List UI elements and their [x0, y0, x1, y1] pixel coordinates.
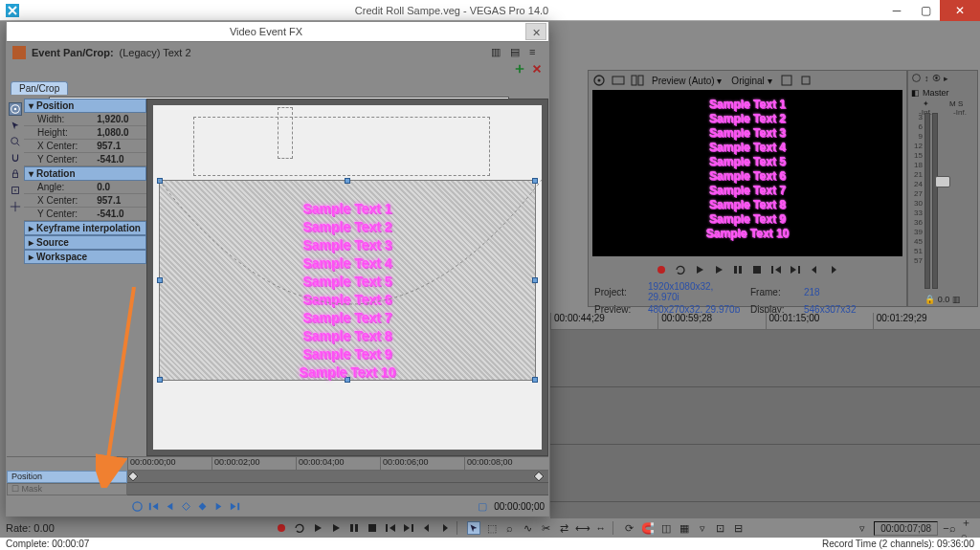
- external-monitor-icon[interactable]: [612, 74, 625, 87]
- kf-track-mask[interactable]: [127, 483, 548, 495]
- size-about-center-tool[interactable]: [9, 184, 22, 197]
- preview-video-area[interactable]: Sample Text 1Sample Text 2Sample Text 3S…: [592, 90, 902, 256]
- main-go-start-button[interactable]: [384, 521, 397, 535]
- quantize-button[interactable]: ▦: [678, 521, 691, 535]
- workspace-section-header[interactable]: ▸Workspace: [24, 250, 146, 264]
- split-screen-icon[interactable]: [631, 74, 644, 87]
- property-row[interactable]: Y Center:-541.0: [24, 208, 146, 221]
- shuffle-tool[interactable]: ⇄: [558, 521, 571, 535]
- timeline-area[interactable]: 00:00:44;2900:00:59;2800:01:15;0000:01:2…: [550, 313, 980, 521]
- lock-envelopes-button[interactable]: ⊡: [714, 521, 727, 535]
- pause-button[interactable]: [731, 263, 745, 276]
- move-freely-tool[interactable]: [9, 200, 22, 213]
- position-section-header[interactable]: ▾Position: [24, 99, 146, 113]
- lock-aspect-tool[interactable]: [9, 167, 22, 181]
- mixer-fx-icon[interactable]: ✦: [923, 99, 929, 108]
- property-row[interactable]: Height:1,080.0: [24, 126, 146, 140]
- add-kf-button[interactable]: [180, 500, 192, 513]
- envelope-edit-tool[interactable]: ∿: [522, 521, 535, 535]
- enable-snapping-tool[interactable]: [9, 151, 22, 165]
- window-minimize-button[interactable]: ─: [882, 0, 911, 21]
- property-value[interactable]: 957.1: [95, 194, 146, 207]
- go-start-button[interactable]: [769, 263, 783, 276]
- ignore-event-grouping-button[interactable]: ⊟: [732, 521, 746, 535]
- preview-quality-select[interactable]: Preview (Auto) ▾: [650, 76, 724, 86]
- fx-close-button[interactable]: ✕: [525, 23, 546, 40]
- resize-handle-tr[interactable]: [532, 178, 538, 184]
- delete-kf-button[interactable]: [196, 500, 209, 513]
- prev-kf-button[interactable]: [164, 500, 176, 513]
- mixer-settings-icon[interactable]: [911, 73, 922, 85]
- preview-settings-icon[interactable]: [592, 74, 606, 87]
- slide-tool[interactable]: ↔: [594, 521, 608, 535]
- kf-track-position[interactable]: [127, 471, 548, 483]
- zoom-out-time-button[interactable]: −⌕: [943, 521, 956, 535]
- zoom-tool[interactable]: [9, 135, 22, 148]
- property-value[interactable]: -541.0: [95, 208, 146, 220]
- main-stop-button[interactable]: [366, 521, 379, 535]
- lock-icon[interactable]: 🔒: [924, 295, 935, 304]
- timeline-track[interactable]: [550, 387, 980, 445]
- property-value[interactable]: 0.0: [95, 181, 146, 193]
- downmix-button[interactable]: ⦿: [932, 74, 941, 83]
- rotation-section-header[interactable]: ▾Rotation: [24, 166, 146, 181]
- resize-handle-tl[interactable]: [157, 178, 163, 184]
- keyframe-diamond[interactable]: [127, 471, 138, 481]
- zoom-edit-tool[interactable]: ⌕: [503, 521, 517, 535]
- fx-add-chain-icon[interactable]: [514, 63, 525, 77]
- next-kf-button[interactable]: [212, 500, 225, 513]
- main-prev-frame-button[interactable]: [420, 521, 434, 535]
- property-row[interactable]: Width:1,920.0: [24, 113, 146, 126]
- timeline-track[interactable]: [550, 445, 980, 502]
- main-next-frame-button[interactable]: [438, 521, 452, 535]
- fx-menu-icon[interactable]: ≡: [529, 46, 543, 59]
- keyframe-section-header[interactable]: ▸Keyframe interpolation: [24, 221, 146, 235]
- play-button[interactable]: [712, 263, 725, 276]
- resize-handle-t[interactable]: [345, 178, 350, 184]
- auto-ripple-button[interactable]: ⟳: [623, 521, 636, 535]
- pan-crop-canvas[interactable]: Sample Text 1Sample Text 2Sample Text 3S…: [153, 105, 542, 450]
- fx-bypass-icon[interactable]: ▥: [491, 46, 504, 59]
- main-record-button[interactable]: [275, 521, 288, 535]
- cursor-time-display[interactable]: 00:00:07;08: [874, 521, 938, 536]
- split-tool[interactable]: ✂: [540, 521, 553, 535]
- property-value[interactable]: 957.1: [95, 140, 146, 152]
- pan-crop-tab[interactable]: Pan/Crop: [11, 81, 68, 95]
- zoom-in-time-button[interactable]: ＋⌕: [961, 521, 974, 535]
- main-pause-button[interactable]: [347, 521, 361, 535]
- window-close-button[interactable]: ✕: [940, 0, 980, 21]
- mixer-arrow-icon[interactable]: ▸: [944, 74, 948, 83]
- loop-button[interactable]: [674, 263, 687, 276]
- sync-cursor-button[interactable]: [131, 500, 144, 513]
- slip-tool[interactable]: ⟷: [576, 521, 590, 535]
- normal-edit-tool[interactable]: [467, 521, 480, 535]
- next-frame-button[interactable]: [827, 263, 840, 276]
- preview-size-select[interactable]: Original ▾: [729, 76, 773, 86]
- volume-fader[interactable]: [935, 176, 950, 187]
- property-row[interactable]: X Center:957.1: [24, 140, 146, 153]
- show-properties-tool[interactable]: [9, 102, 22, 116]
- last-kf-button[interactable]: [229, 500, 241, 513]
- record-button[interactable]: [655, 263, 668, 276]
- main-play-start-button[interactable]: [311, 521, 324, 535]
- mute-button[interactable]: M S: [949, 99, 963, 108]
- window-maximize-button[interactable]: ▢: [911, 0, 940, 21]
- normal-edit-cursor-tool[interactable]: [9, 119, 22, 132]
- property-value[interactable]: 1,920.0: [95, 113, 146, 125]
- property-row[interactable]: Y Center:-541.0: [24, 153, 146, 166]
- copy-snapshot-icon[interactable]: [799, 74, 813, 87]
- prev-frame-button[interactable]: [808, 263, 821, 276]
- source-section-header[interactable]: ▸Source: [24, 235, 146, 250]
- property-row[interactable]: Angle:0.0: [24, 181, 146, 194]
- main-go-end-button[interactable]: [402, 521, 415, 535]
- property-value[interactable]: -541.0: [95, 153, 146, 165]
- kf-lane-mask[interactable]: ☐ Mask: [7, 483, 127, 495]
- selection-edit-tool[interactable]: ⬚: [485, 521, 499, 535]
- main-loop-button[interactable]: [293, 521, 306, 535]
- fx-help-icon[interactable]: ▤: [510, 46, 523, 59]
- marker-tool[interactable]: ▿: [696, 521, 709, 535]
- property-value[interactable]: 1,080.0: [95, 126, 146, 139]
- play-start-button[interactable]: [693, 263, 706, 276]
- kf-curve-icon[interactable]: ▢: [478, 500, 490, 513]
- keyframe-diamond[interactable]: [533, 471, 544, 481]
